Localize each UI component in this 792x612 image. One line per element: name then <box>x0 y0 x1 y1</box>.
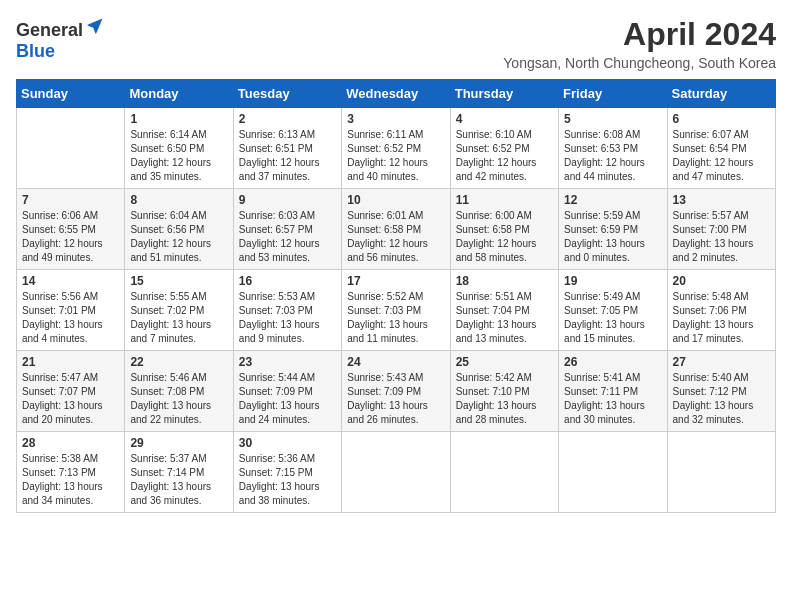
calendar-header-tuesday: Tuesday <box>233 80 341 108</box>
month-title: April 2024 <box>503 16 776 53</box>
day-number: 20 <box>673 274 770 288</box>
calendar-cell: 18Sunrise: 5:51 AM Sunset: 7:04 PM Dayli… <box>450 270 558 351</box>
day-number: 5 <box>564 112 661 126</box>
day-info: Sunrise: 5:47 AM Sunset: 7:07 PM Dayligh… <box>22 371 119 427</box>
calendar-cell <box>667 432 775 513</box>
day-number: 27 <box>673 355 770 369</box>
day-info: Sunrise: 5:52 AM Sunset: 7:03 PM Dayligh… <box>347 290 444 346</box>
day-number: 17 <box>347 274 444 288</box>
calendar-header-saturday: Saturday <box>667 80 775 108</box>
day-info: Sunrise: 6:01 AM Sunset: 6:58 PM Dayligh… <box>347 209 444 265</box>
calendar-cell: 14Sunrise: 5:56 AM Sunset: 7:01 PM Dayli… <box>17 270 125 351</box>
calendar-header-wednesday: Wednesday <box>342 80 450 108</box>
day-number: 18 <box>456 274 553 288</box>
day-info: Sunrise: 5:40 AM Sunset: 7:12 PM Dayligh… <box>673 371 770 427</box>
day-number: 21 <box>22 355 119 369</box>
day-info: Sunrise: 6:10 AM Sunset: 6:52 PM Dayligh… <box>456 128 553 184</box>
calendar-cell <box>342 432 450 513</box>
day-number: 9 <box>239 193 336 207</box>
calendar-cell: 13Sunrise: 5:57 AM Sunset: 7:00 PM Dayli… <box>667 189 775 270</box>
calendar-cell: 9Sunrise: 6:03 AM Sunset: 6:57 PM Daylig… <box>233 189 341 270</box>
logo: General Blue <box>16 16 105 62</box>
day-info: Sunrise: 5:57 AM Sunset: 7:00 PM Dayligh… <box>673 209 770 265</box>
day-number: 29 <box>130 436 227 450</box>
day-number: 12 <box>564 193 661 207</box>
day-info: Sunrise: 5:37 AM Sunset: 7:14 PM Dayligh… <box>130 452 227 508</box>
day-number: 11 <box>456 193 553 207</box>
day-info: Sunrise: 5:36 AM Sunset: 7:15 PM Dayligh… <box>239 452 336 508</box>
calendar-cell: 26Sunrise: 5:41 AM Sunset: 7:11 PM Dayli… <box>559 351 667 432</box>
calendar-cell: 20Sunrise: 5:48 AM Sunset: 7:06 PM Dayli… <box>667 270 775 351</box>
page-header: General Blue April 2024 Yongsan, North C… <box>16 16 776 71</box>
calendar-header-row: SundayMondayTuesdayWednesdayThursdayFrid… <box>17 80 776 108</box>
calendar-cell: 8Sunrise: 6:04 AM Sunset: 6:56 PM Daylig… <box>125 189 233 270</box>
calendar-cell: 21Sunrise: 5:47 AM Sunset: 7:07 PM Dayli… <box>17 351 125 432</box>
day-number: 1 <box>130 112 227 126</box>
day-number: 3 <box>347 112 444 126</box>
calendar-header-thursday: Thursday <box>450 80 558 108</box>
day-number: 14 <box>22 274 119 288</box>
calendar-cell <box>450 432 558 513</box>
day-info: Sunrise: 6:11 AM Sunset: 6:52 PM Dayligh… <box>347 128 444 184</box>
calendar-cell: 17Sunrise: 5:52 AM Sunset: 7:03 PM Dayli… <box>342 270 450 351</box>
calendar-cell: 15Sunrise: 5:55 AM Sunset: 7:02 PM Dayli… <box>125 270 233 351</box>
day-number: 16 <box>239 274 336 288</box>
title-section: April 2024 Yongsan, North Chungcheong, S… <box>503 16 776 71</box>
day-info: Sunrise: 5:42 AM Sunset: 7:10 PM Dayligh… <box>456 371 553 427</box>
day-info: Sunrise: 6:07 AM Sunset: 6:54 PM Dayligh… <box>673 128 770 184</box>
logo-blue-text: Blue <box>16 41 55 62</box>
calendar-cell: 29Sunrise: 5:37 AM Sunset: 7:14 PM Dayli… <box>125 432 233 513</box>
calendar-week-2: 7Sunrise: 6:06 AM Sunset: 6:55 PM Daylig… <box>17 189 776 270</box>
day-number: 6 <box>673 112 770 126</box>
day-info: Sunrise: 6:03 AM Sunset: 6:57 PM Dayligh… <box>239 209 336 265</box>
calendar-table: SundayMondayTuesdayWednesdayThursdayFrid… <box>16 79 776 513</box>
calendar-cell: 4Sunrise: 6:10 AM Sunset: 6:52 PM Daylig… <box>450 108 558 189</box>
day-number: 8 <box>130 193 227 207</box>
calendar-cell: 12Sunrise: 5:59 AM Sunset: 6:59 PM Dayli… <box>559 189 667 270</box>
calendar-week-3: 14Sunrise: 5:56 AM Sunset: 7:01 PM Dayli… <box>17 270 776 351</box>
logo-bird-icon <box>85 16 105 36</box>
calendar-cell: 23Sunrise: 5:44 AM Sunset: 7:09 PM Dayli… <box>233 351 341 432</box>
day-number: 30 <box>239 436 336 450</box>
day-info: Sunrise: 5:43 AM Sunset: 7:09 PM Dayligh… <box>347 371 444 427</box>
day-info: Sunrise: 5:38 AM Sunset: 7:13 PM Dayligh… <box>22 452 119 508</box>
calendar-cell: 11Sunrise: 6:00 AM Sunset: 6:58 PM Dayli… <box>450 189 558 270</box>
day-number: 23 <box>239 355 336 369</box>
day-info: Sunrise: 5:59 AM Sunset: 6:59 PM Dayligh… <box>564 209 661 265</box>
day-info: Sunrise: 6:14 AM Sunset: 6:50 PM Dayligh… <box>130 128 227 184</box>
calendar-cell: 7Sunrise: 6:06 AM Sunset: 6:55 PM Daylig… <box>17 189 125 270</box>
calendar-cell: 3Sunrise: 6:11 AM Sunset: 6:52 PM Daylig… <box>342 108 450 189</box>
day-number: 26 <box>564 355 661 369</box>
day-info: Sunrise: 5:41 AM Sunset: 7:11 PM Dayligh… <box>564 371 661 427</box>
day-number: 13 <box>673 193 770 207</box>
day-number: 19 <box>564 274 661 288</box>
day-number: 2 <box>239 112 336 126</box>
day-info: Sunrise: 6:06 AM Sunset: 6:55 PM Dayligh… <box>22 209 119 265</box>
day-number: 7 <box>22 193 119 207</box>
day-info: Sunrise: 6:13 AM Sunset: 6:51 PM Dayligh… <box>239 128 336 184</box>
calendar-week-4: 21Sunrise: 5:47 AM Sunset: 7:07 PM Dayli… <box>17 351 776 432</box>
day-info: Sunrise: 5:56 AM Sunset: 7:01 PM Dayligh… <box>22 290 119 346</box>
day-info: Sunrise: 5:44 AM Sunset: 7:09 PM Dayligh… <box>239 371 336 427</box>
day-number: 25 <box>456 355 553 369</box>
calendar-cell: 25Sunrise: 5:42 AM Sunset: 7:10 PM Dayli… <box>450 351 558 432</box>
calendar-header-monday: Monday <box>125 80 233 108</box>
calendar-cell <box>17 108 125 189</box>
calendar-cell: 28Sunrise: 5:38 AM Sunset: 7:13 PM Dayli… <box>17 432 125 513</box>
day-info: Sunrise: 5:55 AM Sunset: 7:02 PM Dayligh… <box>130 290 227 346</box>
day-info: Sunrise: 5:48 AM Sunset: 7:06 PM Dayligh… <box>673 290 770 346</box>
calendar-header-sunday: Sunday <box>17 80 125 108</box>
calendar-cell: 24Sunrise: 5:43 AM Sunset: 7:09 PM Dayli… <box>342 351 450 432</box>
day-number: 4 <box>456 112 553 126</box>
calendar-cell: 5Sunrise: 6:08 AM Sunset: 6:53 PM Daylig… <box>559 108 667 189</box>
day-info: Sunrise: 6:08 AM Sunset: 6:53 PM Dayligh… <box>564 128 661 184</box>
calendar-cell: 6Sunrise: 6:07 AM Sunset: 6:54 PM Daylig… <box>667 108 775 189</box>
day-number: 10 <box>347 193 444 207</box>
day-info: Sunrise: 6:04 AM Sunset: 6:56 PM Dayligh… <box>130 209 227 265</box>
day-info: Sunrise: 5:49 AM Sunset: 7:05 PM Dayligh… <box>564 290 661 346</box>
day-number: 24 <box>347 355 444 369</box>
calendar-cell: 22Sunrise: 5:46 AM Sunset: 7:08 PM Dayli… <box>125 351 233 432</box>
logo-general-text: General <box>16 20 83 41</box>
day-number: 22 <box>130 355 227 369</box>
calendar-cell: 30Sunrise: 5:36 AM Sunset: 7:15 PM Dayli… <box>233 432 341 513</box>
